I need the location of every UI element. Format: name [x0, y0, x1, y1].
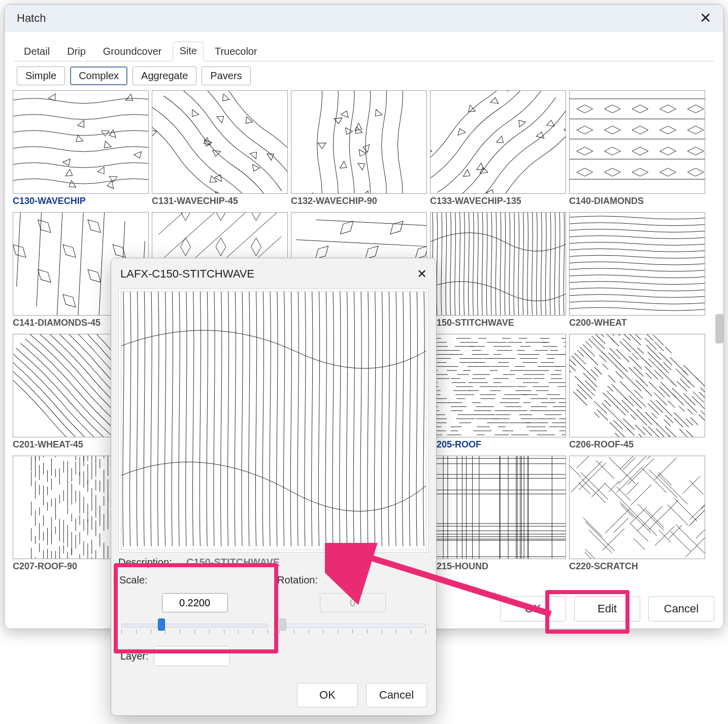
hatch-thumb[interactable]: [13, 90, 149, 194]
edit-button[interactable]: Edit: [574, 596, 640, 622]
hatch-c206-roof-45[interactable]: C206-ROOF-45: [569, 334, 705, 453]
svg-line-326: [637, 415, 647, 426]
svg-line-305: [637, 398, 646, 407]
hatch-c205-roof[interactable]: C205-ROOF: [430, 334, 566, 453]
svg-line-906: [630, 507, 647, 524]
svg-line-343: [585, 381, 595, 391]
hatch-thumb[interactable]: [569, 334, 705, 437]
scale-input[interactable]: [162, 593, 228, 612]
window-title: Hatch: [17, 12, 46, 25]
svg-line-226: [688, 381, 694, 387]
hatch-c215-hound[interactable]: C215-HOUND: [430, 456, 566, 574]
hatch-thumb[interactable]: [569, 90, 705, 194]
svg-line-858: [690, 504, 705, 525]
tab-truecolor[interactable]: Truecolor: [209, 43, 263, 61]
ok-button[interactable]: OK: [500, 596, 566, 622]
svg-line-309: [580, 347, 592, 359]
svg-line-7: [13, 213, 123, 306]
svg-line-280: [654, 393, 667, 405]
svg-line-363: [577, 389, 587, 399]
svg-line-275: [686, 419, 693, 426]
hatch-c131-wavechip-45[interactable]: C131-WAVECHIP-45: [152, 90, 288, 209]
svg-line-307: [665, 426, 678, 437]
svg-line-349: [575, 376, 586, 388]
svg-line-364: [597, 410, 608, 421]
svg-line-338: [603, 393, 618, 408]
svg-line-324: [608, 386, 613, 392]
svg-line-904: [658, 474, 688, 504]
hatch-c130-wavechip[interactable]: C130-WAVECHIP: [13, 90, 149, 209]
hatch-caption: C131-WAVECHIP-45: [152, 194, 288, 206]
svg-line-867: [623, 457, 635, 469]
svg-line-319: [624, 397, 634, 406]
svg-line-353: [627, 428, 635, 436]
svg-line-272: [634, 367, 644, 376]
svg-line-359: [613, 420, 622, 429]
svg-line-915: [603, 529, 624, 550]
svg-line-860: [658, 472, 672, 486]
svg-line-243: [638, 348, 644, 354]
tab-site[interactable]: Site: [173, 42, 203, 61]
svg-line-20: [158, 213, 281, 263]
dialog-preview: [118, 289, 429, 553]
dialog-cancel-button[interactable]: Cancel: [366, 683, 427, 707]
tab-drip[interactable]: Drip: [61, 43, 92, 61]
dialog-ok-button[interactable]: OK: [297, 683, 358, 707]
layer-input[interactable]: [154, 646, 230, 666]
svg-line-905: [669, 525, 682, 538]
hatch-thumb[interactable]: [430, 456, 566, 559]
svg-line-350: [587, 388, 594, 396]
filter-complex[interactable]: Complex: [70, 66, 127, 85]
hatch-c220-scratch[interactable]: C220-SCRATCH: [569, 456, 705, 574]
hatch-thumb[interactable]: [430, 90, 566, 194]
svg-line-296: [586, 341, 592, 348]
svg-line-890: [631, 485, 651, 505]
svg-line-312: [629, 396, 642, 409]
hatch-c132-wavechip-90[interactable]: C132-WAVECHIP-90: [291, 90, 427, 209]
dialog-close-icon[interactable]: ✕: [417, 268, 427, 280]
svg-line-892: [631, 524, 648, 541]
svg-line-861: [620, 504, 633, 517]
tab-detail[interactable]: Detail: [18, 43, 56, 61]
hatch-thumb[interactable]: [569, 212, 705, 316]
scale-slider[interactable]: [121, 618, 268, 636]
rotation-slider: [279, 618, 426, 636]
svg-line-863: [671, 531, 691, 551]
filter-simple[interactable]: Simple: [17, 66, 65, 85]
hatch-thumb[interactable]: [152, 90, 288, 194]
svg-line-917: [701, 496, 705, 509]
hatch-caption: C140-DIAMONDS: [569, 194, 705, 206]
svg-line-898: [646, 509, 664, 528]
svg-line-333: [631, 415, 636, 420]
filter-pavers[interactable]: Pavers: [202, 66, 250, 85]
description-value: C150-STITCHWAVE: [186, 557, 280, 568]
filter-aggregate[interactable]: Aggregate: [133, 66, 196, 85]
svg-line-282: [591, 336, 605, 349]
hatch-c133-wavechip-135[interactable]: C133-WAVECHIP-135: [430, 90, 566, 209]
svg-line-916: [659, 530, 671, 542]
tab-groundcover[interactable]: Groundcover: [97, 43, 168, 61]
svg-line-298: [616, 371, 623, 378]
hatch-thumb[interactable]: [569, 456, 705, 559]
hatch-caption: C130-WAVECHIP: [13, 194, 149, 206]
svg-line-211: [665, 347, 672, 353]
scroll-thumb[interactable]: [715, 314, 723, 343]
close-icon[interactable]: ✕: [700, 11, 711, 25]
hatch-c140-diamonds[interactable]: C140-DIAMONDS: [569, 90, 705, 209]
svg-line-244: [649, 359, 661, 370]
hatch-c150-stitchwave[interactable]: C150-STITCHWAVE: [430, 212, 566, 331]
svg-line-258: [632, 353, 638, 360]
svg-line-886: [614, 518, 628, 533]
svg-line-252: [654, 370, 664, 380]
hatch-thumb[interactable]: [430, 334, 566, 437]
svg-line-909: [620, 456, 648, 469]
svg-line-217: [654, 342, 664, 351]
hatch-thumb[interactable]: [291, 90, 427, 194]
svg-line-371: [594, 412, 599, 418]
subcategory-buttons: SimpleComplexAggregatePavers: [17, 66, 714, 85]
hatch-thumb[interactable]: [430, 212, 566, 316]
svg-line-322: [574, 353, 586, 365]
cancel-button[interactable]: Cancel: [648, 596, 714, 622]
hatch-c200-wheat[interactable]: C200-WHEAT: [569, 212, 705, 331]
layer-label: Layer:: [120, 650, 149, 662]
